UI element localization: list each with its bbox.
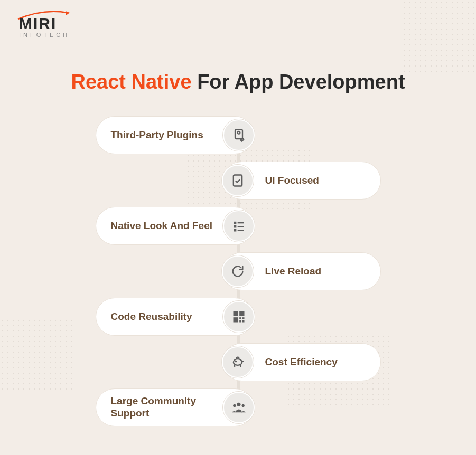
svg-point-19 — [241, 404, 244, 407]
feature-icon-circle — [223, 301, 255, 333]
title-rest: For App Development — [197, 71, 405, 93]
svg-rect-2 — [233, 175, 241, 186]
feature-icon-circle — [223, 392, 255, 423]
svg-rect-9 — [233, 311, 238, 316]
page-title: React Native For App Development — [0, 71, 476, 93]
feature-community-support: Large Community Support — [96, 388, 254, 426]
list-icon — [231, 219, 246, 233]
feature-live-reload: Live Reload — [222, 252, 381, 290]
svg-rect-15 — [242, 320, 245, 323]
feature-label: UI Focused — [265, 175, 319, 187]
svg-point-18 — [233, 404, 236, 407]
qr-icon — [231, 309, 246, 324]
feature-code-reusability: Code Reusability — [96, 298, 254, 336]
logo-name: MIRI — [19, 15, 70, 33]
feature-icon-circle — [222, 165, 254, 196]
svg-rect-6 — [237, 226, 244, 227]
feature-label: Live Reload — [265, 266, 322, 278]
feature-third-party-plugins: Third-Party Plugins — [96, 116, 254, 154]
feature-label: Cost Efficiency — [265, 356, 338, 368]
feature-icon-circle — [222, 255, 254, 287]
users-icon — [231, 400, 246, 415]
svg-rect-12 — [239, 317, 241, 319]
reload-icon — [230, 264, 245, 279]
svg-rect-13 — [242, 317, 245, 319]
svg-rect-7 — [234, 229, 236, 232]
piggy-icon — [230, 355, 245, 369]
svg-rect-5 — [234, 225, 236, 228]
svg-point-1 — [237, 131, 240, 134]
ui-icon — [230, 173, 245, 188]
svg-point-17 — [237, 403, 240, 406]
feature-label: Code Reusability — [111, 311, 192, 323]
feature-icon-circle — [223, 119, 255, 151]
feature-native-look: Native Look And Feel — [96, 207, 254, 245]
svg-rect-10 — [239, 311, 244, 316]
feature-label: Native Look And Feel — [111, 220, 213, 232]
svg-rect-3 — [234, 222, 236, 224]
feature-icon-circle — [222, 346, 254, 378]
decoration-dots — [402, 0, 476, 74]
svg-rect-8 — [237, 230, 244, 231]
features-timeline: Third-Party Plugins UI Focused Native Lo… — [0, 111, 476, 438]
title-accent: React Native — [71, 71, 191, 93]
feature-label: Large Community Support — [111, 395, 216, 420]
svg-rect-14 — [239, 320, 241, 323]
plugins-icon — [231, 128, 246, 143]
svg-rect-11 — [233, 317, 238, 322]
feature-label: Third-Party Plugins — [111, 129, 203, 141]
brand-logo: MIRI INFOTECH — [19, 15, 70, 38]
svg-rect-4 — [237, 222, 244, 223]
svg-point-16 — [235, 361, 236, 362]
feature-icon-circle — [223, 210, 255, 242]
feature-cost-efficiency: Cost Efficiency — [222, 343, 381, 381]
feature-ui-focused: UI Focused — [222, 162, 381, 200]
